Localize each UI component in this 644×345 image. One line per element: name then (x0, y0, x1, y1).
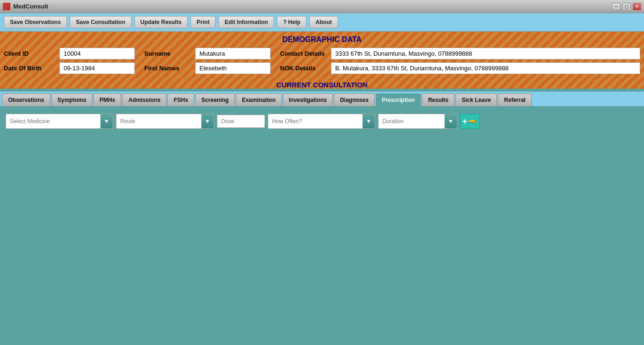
consultation-section: CURRENT CONSULTATION (0, 78, 644, 89)
restore-button[interactable]: ◻ (622, 3, 631, 10)
tab-referral[interactable]: Referral (498, 93, 531, 106)
tab-sick-leave[interactable]: Sick Leave (455, 93, 497, 106)
demographic-row-2: Date Of Birth 09-13-1984 First Names Ele… (4, 62, 640, 74)
how-often-wrapper[interactable]: ▼ (268, 114, 375, 129)
app-icon (3, 3, 10, 10)
tab-observations[interactable]: Observations (2, 93, 50, 106)
pencil-svg-icon (468, 118, 478, 125)
save-observations-button[interactable]: Save Observations (4, 16, 67, 28)
first-names-label: First Names (144, 65, 191, 72)
client-id-value: 10004 (59, 48, 135, 59)
plus-icon: + (462, 117, 468, 126)
update-results-button[interactable]: Update Results (134, 16, 188, 28)
surname-label: Surname (144, 50, 191, 57)
add-prescription-button[interactable]: + (460, 114, 480, 129)
tab-examination[interactable]: Examination (236, 93, 281, 106)
tab-prescription[interactable]: Prescription (376, 93, 421, 106)
contact-details-label: Contact Details (280, 50, 327, 57)
nok-details-label: NOK Details (280, 65, 327, 72)
route-dropdown[interactable]: ▼ (201, 114, 214, 128)
select-medicine-input[interactable] (6, 115, 100, 127)
client-id-label: Client ID (4, 50, 56, 57)
title-bar-controls: ─ ◻ ✕ (612, 3, 641, 10)
demographic-section: DEMOGRAPHIC DATA Client ID 10004 Surname… (0, 32, 644, 78)
svg-rect-2 (468, 121, 470, 122)
first-names-value: Elesebeth (195, 62, 271, 74)
select-medicine-dropdown[interactable]: ▼ (100, 114, 113, 128)
dob-value: 09-13-1984 (59, 62, 135, 74)
print-button[interactable]: Print (190, 16, 215, 28)
tab-pmhx[interactable]: PMHx (93, 93, 121, 106)
route-wrapper[interactable]: ▼ (116, 114, 214, 129)
app-title: MedConsult (13, 3, 48, 10)
save-consultation-button[interactable]: Save Consultation (70, 16, 132, 28)
dob-label: Date Of Birth (4, 65, 56, 72)
contact-details-value: 3333 67th St, Dunamtuna, Masvingo, 07889… (331, 48, 640, 59)
help-button[interactable]: ? Help (277, 16, 306, 28)
demographic-row-1: Client ID 10004 Surname Mutakura Contact… (4, 48, 640, 59)
how-often-dropdown[interactable]: ▼ (363, 114, 375, 128)
how-often-input[interactable] (268, 115, 363, 127)
dose-input[interactable] (217, 115, 264, 127)
close-button[interactable]: ✕ (633, 3, 641, 10)
consultation-title: CURRENT CONSULTATION (4, 81, 640, 89)
demographic-title: DEMOGRAPHIC DATA (4, 35, 640, 44)
prescription-form-row: ▼ ▼ ▼ ▼ + (6, 114, 638, 129)
minimize-button[interactable]: ─ (612, 3, 620, 10)
select-medicine-wrapper[interactable]: ▼ (6, 114, 113, 129)
tab-symptoms[interactable]: Symptoms (51, 93, 92, 106)
duration-dropdown[interactable]: ▼ (445, 114, 457, 128)
main-content: ▼ ▼ ▼ ▼ + (0, 106, 644, 327)
nok-details-value: B. Mutakura, 3333 67th St, Dunamtuna, Ma… (331, 62, 640, 74)
surname-value: Mutakura (195, 48, 271, 59)
duration-wrapper[interactable]: ▼ (378, 114, 457, 129)
svg-rect-3 (470, 122, 475, 123)
tabs-container: Observations Symptoms PMHx Admissions FS… (0, 92, 644, 106)
add-icon: + (462, 117, 478, 126)
dose-wrapper[interactable] (217, 115, 265, 128)
edit-information-button[interactable]: Edit Information (218, 16, 274, 28)
tab-results[interactable]: Results (422, 93, 454, 106)
route-input[interactable] (116, 115, 201, 127)
tab-fshx[interactable]: FSHx (167, 93, 194, 106)
tab-admissions[interactable]: Admissions (122, 93, 166, 106)
about-button[interactable]: About (309, 16, 338, 28)
toolbar: Save Observations Save Consultation Upda… (0, 13, 644, 32)
title-bar-left: MedConsult (3, 3, 48, 10)
demographic-grid: Client ID 10004 Surname Mutakura Contact… (4, 48, 640, 74)
duration-input[interactable] (379, 115, 445, 127)
tab-diagnoses[interactable]: Diagnoses (334, 93, 375, 106)
title-bar: MedConsult ─ ◻ ✕ (0, 0, 644, 13)
tab-investigations[interactable]: Investigations (283, 93, 333, 106)
svg-marker-1 (475, 119, 477, 123)
tab-screening[interactable]: Screening (195, 93, 235, 106)
